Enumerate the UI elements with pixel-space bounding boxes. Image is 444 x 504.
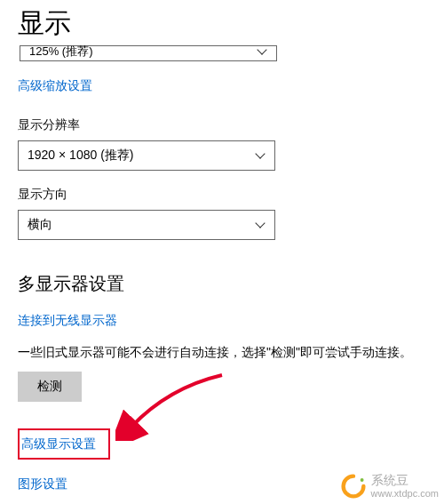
- orientation-value: 横向: [28, 217, 52, 233]
- watermark-url: www.xtdpc.com: [371, 488, 439, 499]
- advanced-scaling-link[interactable]: 高级缩放设置: [18, 78, 92, 94]
- watermark-brand: 系统豆: [371, 474, 439, 487]
- page-title: 显示: [18, 5, 426, 42]
- highlight-annotation: 高级显示设置: [18, 428, 110, 460]
- graphics-settings-link[interactable]: 图形设置: [18, 476, 67, 492]
- scale-value: 125% (推荐): [29, 46, 93, 57]
- svg-point-1: [360, 478, 363, 482]
- watermark: 系统豆 www.xtdpc.com: [341, 474, 439, 499]
- detect-button[interactable]: 检测: [18, 372, 82, 402]
- watermark-logo-icon: [341, 474, 366, 499]
- scale-dropdown[interactable]: 125% (推荐): [20, 45, 277, 61]
- connect-wireless-link[interactable]: 连接到无线显示器: [18, 313, 117, 329]
- resolution-label: 显示分辨率: [18, 117, 426, 133]
- orientation-dropdown[interactable]: 横向: [18, 210, 275, 240]
- orientation-label: 显示方向: [18, 187, 426, 203]
- multi-display-title: 多显示器设置: [18, 272, 426, 296]
- resolution-dropdown[interactable]: 1920 × 1080 (推荐): [18, 140, 275, 171]
- chevron-down-icon: [255, 220, 266, 230]
- advanced-display-link[interactable]: 高级显示设置: [21, 436, 96, 452]
- chevron-down-icon: [255, 150, 266, 161]
- chevron-down-icon: [257, 46, 267, 57]
- multi-display-info: 一些旧式显示器可能不会进行自动连接，选择"检测"即可尝试手动连接。: [18, 345, 426, 361]
- resolution-value: 1920 × 1080 (推荐): [28, 148, 133, 164]
